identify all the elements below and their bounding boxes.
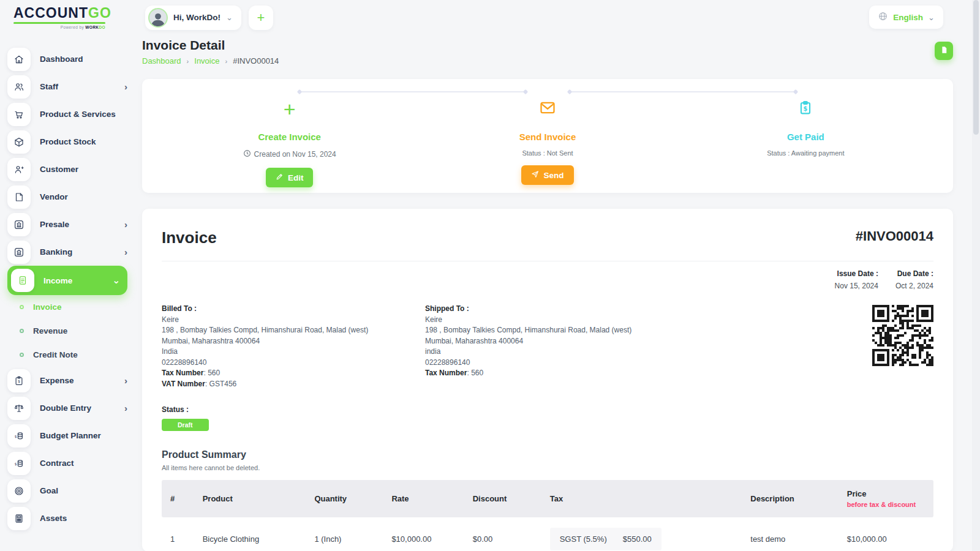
col-rate: Rate <box>385 480 466 517</box>
cell-price: $10,000.00 <box>841 517 933 551</box>
sidebar-subitem-invoice[interactable]: Invoice <box>0 295 136 319</box>
breadcrumb-dashboard[interactable]: Dashboard <box>142 56 181 66</box>
due-date-label: Due Date : <box>895 269 933 278</box>
page-title: Invoice Detail <box>142 38 935 53</box>
table-header-row: # Product Quantity Rate Discount Tax Des… <box>162 480 933 517</box>
sidebar-item-presale[interactable]: Presale › <box>0 211 136 238</box>
invoice-heading: Invoice <box>162 228 856 247</box>
home-icon <box>7 48 31 71</box>
expense-clipboard-icon: $ <box>7 369 31 392</box>
address-section: Billed To : Keire 198 , Bombay Talkies C… <box>162 304 933 389</box>
cell-index: 1 <box>162 517 197 551</box>
scale-icon <box>7 397 31 420</box>
main-content: Invoice Detail Dashboard › Invoice › #IN… <box>136 38 953 551</box>
top-header: ACCOUNTGO Powered by WORKDO Hi, WorkDo! … <box>0 0 980 35</box>
scrollbar[interactable] <box>972 0 980 551</box>
plus-icon: + <box>284 99 296 119</box>
send-status-text: Status : Not Sent <box>418 149 676 157</box>
sidebar: Dashboard Staff › Product & Services Pro… <box>0 38 136 551</box>
status-label: Status : <box>162 405 933 414</box>
chevron-right-icon: › <box>124 403 127 413</box>
sidebar-item-expense[interactable]: $ Expense › <box>0 367 136 394</box>
breadcrumb-invoice[interactable]: Invoice <box>194 56 219 66</box>
svg-text:$: $ <box>18 379 20 384</box>
issue-date-value: Nov 15, 2024 <box>835 282 878 290</box>
contract-coins-icon: $ <box>7 452 31 475</box>
pencil-icon <box>276 173 284 182</box>
shipped-to-block: Shipped To : Keire 198 , Bombay Talkies … <box>425 304 688 389</box>
cell-discount: $0.00 <box>467 517 544 551</box>
sidebar-item-banking[interactable]: Banking › <box>0 238 136 266</box>
avatar <box>148 8 168 28</box>
sidebar-item-budget-planner[interactable]: $ Budget Planner <box>0 422 136 449</box>
qr-code <box>872 304 933 389</box>
clock-icon <box>243 149 251 159</box>
user-plus-icon <box>7 158 31 181</box>
export-invoice-button[interactable] <box>935 42 953 60</box>
send-invoice-button[interactable]: Send <box>521 165 573 185</box>
language-selector[interactable]: English ⌄ <box>869 6 943 29</box>
sidebar-item-product-services[interactable]: Product & Services <box>0 100 136 128</box>
col-description: Description <box>744 480 841 517</box>
chevron-down-icon: ⌄ <box>226 13 233 22</box>
price-subheader: before tax & discount <box>847 501 927 508</box>
envelope-icon <box>539 99 556 119</box>
created-status-text: Created on Nov 15, 2024 <box>254 150 336 159</box>
invoice-dates: Issue Date : Nov 15, 2024 Due Date : Oct… <box>162 269 933 290</box>
sidebar-item-product-stock[interactable]: Product Stock <box>0 128 136 156</box>
tax-chip: SGST (5.5%) $550.00 <box>550 528 662 550</box>
step-create-invoice: + Create Invoice Created on Nov 15, 2024… <box>160 96 418 187</box>
sidebar-item-contract[interactable]: $ Contract <box>0 449 136 477</box>
status-badge: Draft <box>162 419 209 431</box>
bullet-icon <box>20 329 24 333</box>
language-label: English <box>893 13 923 22</box>
col-discount: Discount <box>467 480 544 517</box>
breadcrumb-current: #INVO00014 <box>233 56 279 66</box>
staff-icon <box>7 75 31 99</box>
edit-invoice-button[interactable]: Edit <box>266 168 314 187</box>
box-icon <box>7 130 31 154</box>
sidebar-item-double-entry[interactable]: Double Entry › <box>0 394 136 422</box>
breadcrumb: Dashboard › Invoice › #INVO00014 <box>142 56 935 66</box>
paid-clipboard-icon: $ <box>797 100 813 118</box>
logo-text: ACCOUNTGO <box>13 6 136 20</box>
sidebar-item-assets[interactable]: Assets <box>0 504 136 532</box>
cell-quantity: 1 (Inch) <box>308 517 385 551</box>
chevron-down-icon: ⌄ <box>928 13 935 22</box>
cell-tax: SGST (5.5%) $550.00 <box>544 517 745 551</box>
sidebar-item-customer[interactable]: Customer <box>0 156 136 183</box>
sidebar-item-goal[interactable]: Goal <box>0 477 136 504</box>
sidebar-item-staff[interactable]: Staff › <box>0 73 136 100</box>
table-row: 1 Bicycle Clothing 1 (Inch) $10,000.00 $… <box>162 517 933 551</box>
chevron-right-icon: › <box>124 81 127 92</box>
svg-text:$: $ <box>15 461 17 465</box>
sidebar-item-dashboard[interactable]: Dashboard <box>0 45 136 73</box>
svg-text:$: $ <box>15 433 17 438</box>
paid-status-text: Status : Awaiting payment <box>677 149 935 157</box>
user-menu[interactable]: Hi, WorkDo! ⌄ <box>145 6 241 30</box>
sidebar-subitem-revenue[interactable]: Revenue <box>0 319 136 343</box>
cell-rate: $10,000.00 <box>385 517 466 551</box>
step-send-invoice: Send Invoice Status : Not Sent Send <box>418 96 676 187</box>
quick-add-button[interactable]: + <box>249 6 273 30</box>
user-greeting: Hi, WorkDo! <box>173 13 221 22</box>
chevron-right-icon: › <box>124 247 127 257</box>
bank-icon <box>7 241 31 264</box>
bullet-icon <box>20 353 24 357</box>
scrollbar-thumb[interactable] <box>973 0 979 135</box>
presale-bank-icon <box>7 213 31 236</box>
chevron-down-icon: ⌄ <box>112 275 120 286</box>
sidebar-subitem-credit-note[interactable]: Credit Note <box>0 343 136 367</box>
divider <box>162 261 933 261</box>
col-product: Product <box>197 480 309 517</box>
document-icon <box>940 45 949 56</box>
chevron-right-icon: › <box>225 58 227 65</box>
invoice-progress-card: + Create Invoice Created on Nov 15, 2024… <box>142 79 953 193</box>
col-index: # <box>162 480 197 517</box>
product-summary-title: Product Summary <box>162 449 933 460</box>
cell-product: Bicycle Clothing <box>197 517 309 551</box>
step-connector <box>570 91 796 92</box>
sidebar-item-vendor[interactable]: Vendor <box>0 183 136 211</box>
sidebar-item-income[interactable]: Income ⌄ <box>7 266 127 295</box>
step-connector <box>300 91 526 92</box>
